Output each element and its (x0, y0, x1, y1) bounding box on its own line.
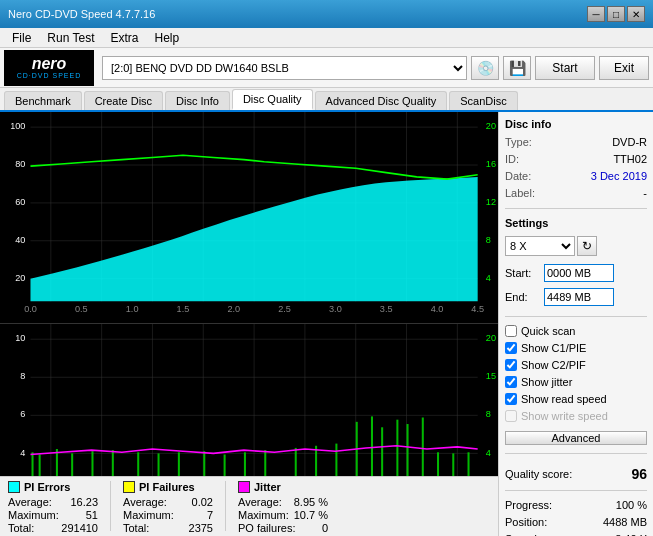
progress-row: Progress: 100 % (505, 499, 647, 511)
svg-text:20: 20 (15, 272, 25, 283)
show-jitter-label: Show jitter (521, 376, 572, 388)
pi-errors-header: PI Errors (8, 481, 98, 493)
pi-errors-group: PI Errors Average: 16.23 Maximum: 51 Tot… (8, 481, 98, 534)
disc-icon-button[interactable]: 💿 (471, 56, 499, 80)
show-read-speed-row: Show read speed (505, 393, 647, 405)
pi-failures-title: PI Failures (139, 481, 195, 493)
disc-date-value: 3 Dec 2019 (591, 170, 647, 182)
disc-date-label: Date: (505, 170, 531, 182)
jitter-header: Jitter (238, 481, 328, 493)
pi-failures-total: Total: 2375 (123, 522, 213, 534)
menu-file[interactable]: File (4, 28, 39, 47)
save-button[interactable]: 💾 (503, 56, 531, 80)
show-c2-checkbox[interactable] (505, 359, 517, 371)
svg-text:4.5: 4.5 (471, 303, 484, 314)
pi-failures-header: PI Failures (123, 481, 213, 493)
quick-scan-row: Quick scan (505, 325, 647, 337)
toolbar: nero CD·DVD SPEED [2:0] BENQ DVD DD DW16… (0, 48, 653, 88)
right-panel: Disc info Type: DVD-R ID: TTH02 Date: 3 … (498, 112, 653, 536)
exit-button[interactable]: Exit (599, 56, 649, 80)
show-write-speed-label: Show write speed (521, 410, 608, 422)
disc-date-row: Date: 3 Dec 2019 (505, 170, 647, 182)
charts-area: 100 80 60 40 20 20 16 12 8 4 0.0 0.5 1.0… (0, 112, 498, 536)
jitter-color (238, 481, 250, 493)
stats-bar: PI Errors Average: 16.23 Maximum: 51 Tot… (0, 476, 498, 536)
end-field-row: End: (505, 288, 647, 306)
close-button[interactable]: ✕ (627, 6, 645, 22)
divider-3 (505, 453, 647, 454)
disc-label-row: Label: - (505, 187, 647, 199)
quality-row: Quality score: 96 (505, 466, 647, 482)
pi-errors-avg: Average: 16.23 (8, 496, 98, 508)
pi-failures-avg: Average: 0.02 (123, 496, 213, 508)
po-failures-val: 0 (322, 522, 328, 534)
position-label: Position: (505, 516, 547, 528)
svg-text:20: 20 (486, 120, 496, 131)
svg-text:2.5: 2.5 (278, 303, 291, 314)
quality-score: 96 (631, 466, 647, 482)
tab-scan-disc[interactable]: ScanDisc (449, 91, 517, 110)
advanced-button[interactable]: Advanced (505, 431, 647, 445)
pi-errors-total-val: 291410 (61, 522, 98, 534)
titlebar-controls: ─ □ ✕ (587, 6, 645, 22)
jitter-max: Maximum: 10.7 % (238, 509, 328, 521)
disc-type-row: Type: DVD-R (505, 136, 647, 148)
jitter-avg: Average: 8.95 % (238, 496, 328, 508)
svg-text:2.0: 2.0 (227, 303, 240, 314)
show-write-speed-row: Show write speed (505, 410, 647, 422)
start-input[interactable] (544, 264, 614, 282)
pi-failures-color (123, 481, 135, 493)
menu-help[interactable]: Help (147, 28, 188, 47)
settings-title: Settings (505, 217, 647, 229)
svg-text:80: 80 (15, 158, 25, 169)
show-write-speed-checkbox (505, 410, 517, 422)
drive-selector[interactable]: [2:0] BENQ DVD DD DW1640 BSLB (102, 56, 467, 80)
start-button[interactable]: Start (535, 56, 595, 80)
svg-text:16: 16 (486, 158, 496, 169)
svg-text:4: 4 (20, 446, 25, 457)
pi-errors-color (8, 481, 20, 493)
pi-errors-total: Total: 291410 (8, 522, 98, 534)
maximize-button[interactable]: □ (607, 6, 625, 22)
speed-selector[interactable]: 8 X (505, 236, 575, 256)
tab-disc-quality[interactable]: Disc Quality (232, 89, 313, 110)
jitter-group: Jitter Average: 8.95 % Maximum: 10.7 % P… (238, 481, 328, 534)
disc-id-value: TTH02 (613, 153, 647, 165)
pi-failures-total-label: Total: (123, 522, 149, 534)
pi-errors-avg-label: Average: (8, 496, 52, 508)
disc-type-value: DVD-R (612, 136, 647, 148)
pi-errors-total-label: Total: (8, 522, 34, 534)
main-content: 100 80 60 40 20 20 16 12 8 4 0.0 0.5 1.0… (0, 112, 653, 536)
svg-text:100: 100 (10, 120, 25, 131)
disc-label-label: Label: (505, 187, 535, 199)
refresh-button[interactable]: ↻ (577, 236, 597, 256)
tab-disc-info[interactable]: Disc Info (165, 91, 230, 110)
app-logo: nero CD·DVD SPEED (4, 50, 94, 86)
position-value: 4488 MB (603, 516, 647, 528)
show-c1-checkbox[interactable] (505, 342, 517, 354)
tab-advanced-disc-quality[interactable]: Advanced Disc Quality (315, 91, 448, 110)
svg-text:8: 8 (20, 370, 25, 381)
quick-scan-checkbox[interactable] (505, 325, 517, 337)
pi-failures-max-val: 7 (207, 509, 213, 521)
menu-extra[interactable]: Extra (102, 28, 146, 47)
tab-benchmark[interactable]: Benchmark (4, 91, 82, 110)
minimize-button[interactable]: ─ (587, 6, 605, 22)
svg-text:4: 4 (486, 446, 491, 457)
show-jitter-checkbox[interactable] (505, 376, 517, 388)
pi-errors-max-val: 51 (86, 509, 98, 521)
start-label: Start: (505, 267, 540, 279)
divider-4 (505, 490, 647, 491)
tab-create-disc[interactable]: Create Disc (84, 91, 163, 110)
show-read-speed-checkbox[interactable] (505, 393, 517, 405)
svg-text:1.0: 1.0 (126, 303, 139, 314)
speed-row: 8 X ↻ (505, 236, 647, 256)
menu-run-test[interactable]: Run Test (39, 28, 102, 47)
jitter-max-label: Maximum: (238, 509, 289, 521)
svg-text:20: 20 (486, 332, 496, 343)
end-input[interactable] (544, 288, 614, 306)
jitter-title: Jitter (254, 481, 281, 493)
position-row: Position: 4488 MB (505, 516, 647, 528)
quality-label: Quality score: (505, 468, 572, 480)
svg-text:12: 12 (486, 196, 496, 207)
